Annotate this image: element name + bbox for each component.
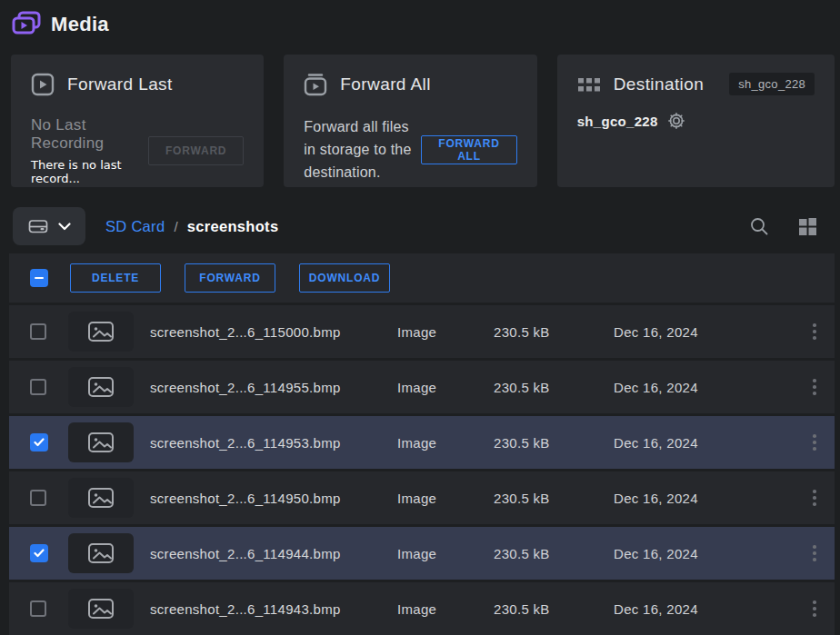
forward-button[interactable]: FORWARD (185, 263, 275, 293)
grid-view-icon (796, 215, 818, 237)
file-name: screenshot_2...6_114955.bmp (150, 380, 397, 395)
grid-view-toggle-button[interactable] (791, 210, 824, 243)
forward-last-icon (31, 73, 55, 96)
forward-all-button[interactable]: FORWARD ALL (421, 135, 516, 164)
file-name: screenshot_2...6_114944.bmp (150, 546, 397, 561)
kebab-icon (813, 323, 816, 340)
file-date: Dec 16, 2024 (614, 546, 795, 561)
row-checkbox[interactable] (30, 379, 46, 395)
file-type: Image (397, 435, 494, 451)
forward-last-title: Forward Last (67, 74, 173, 94)
table-row[interactable]: screenshot_2...6_114943.bmp Image 230.5 … (9, 582, 835, 635)
file-name: screenshot_2...6_114943.bmp (150, 601, 397, 617)
file-type: Image (397, 324, 494, 340)
forward-all-card: Forward All Forward all files in storage… (284, 55, 536, 187)
forward-all-title: Forward All (340, 74, 430, 94)
row-menu-button[interactable] (795, 527, 835, 580)
image-placeholder-icon (87, 376, 115, 398)
breadcrumb-root-link[interactable]: SD Card (105, 218, 165, 235)
file-thumbnail (68, 478, 134, 518)
file-type: Image (397, 491, 494, 506)
file-name: screenshot_2...6_114953.bmp (150, 435, 397, 451)
storage-toolbar: SD Card / screenshots (0, 187, 840, 245)
file-thumbnail (68, 367, 134, 407)
file-type: Image (397, 380, 494, 395)
sd-card-drive-icon (27, 217, 49, 235)
table-row[interactable]: screenshot_2...6_114953.bmp Image 230.5 … (9, 416, 835, 469)
file-table: DELETE FORWARD DOWNLOAD screenshot_2...6… (9, 253, 835, 635)
row-menu-button[interactable] (795, 582, 835, 635)
download-button[interactable]: DOWNLOAD (299, 263, 390, 293)
kebab-icon (813, 490, 816, 506)
search-icon (749, 216, 769, 236)
search-button[interactable] (744, 211, 775, 242)
image-placeholder-icon (87, 321, 115, 342)
destination-badge: sh_gco_228 (729, 73, 815, 95)
chevron-down-icon (58, 223, 71, 231)
bulk-actions-bar: DELETE FORWARD DOWNLOAD (9, 253, 835, 303)
file-date: Dec 16, 2024 (614, 380, 795, 395)
file-size: 230.5 kB (494, 380, 614, 395)
table-row[interactable]: screenshot_2...6_114944.bmp Image 230.5 … (9, 527, 835, 580)
destination-value: sh_gco_228 (577, 114, 658, 129)
app-header: Media (0, 0, 840, 42)
kebab-icon (813, 545, 816, 561)
file-thumbnail (68, 422, 134, 462)
row-checkbox[interactable] (30, 600, 46, 617)
row-menu-button[interactable] (795, 305, 835, 358)
storage-select-dropdown[interactable] (13, 207, 85, 245)
page-title: Media (51, 13, 109, 36)
breadcrumb: SD Card / screenshots (105, 218, 278, 235)
forward-all-icon (304, 73, 327, 96)
file-date: Dec 16, 2024 (614, 435, 795, 451)
kebab-icon (813, 379, 816, 395)
file-date: Dec 16, 2024 (614, 601, 795, 617)
destination-card: Destination sh_gco_228 sh_gco_228 (557, 55, 835, 187)
image-placeholder-icon (87, 432, 115, 453)
file-date: Dec 16, 2024 (614, 324, 795, 340)
image-placeholder-icon (87, 487, 115, 509)
table-row[interactable]: screenshot_2...6_114950.bmp Image 230.5 … (9, 471, 835, 524)
file-thumbnail (68, 589, 134, 629)
destination-settings-gear-icon[interactable] (667, 112, 685, 130)
breadcrumb-separator: / (174, 219, 177, 234)
file-size: 230.5 kB (494, 546, 614, 561)
file-size: 230.5 kB (494, 491, 614, 506)
image-placeholder-icon (87, 598, 115, 620)
row-checkbox[interactable] (30, 544, 48, 562)
no-last-recording-status: No Last Recording (31, 116, 148, 153)
file-size: 230.5 kB (494, 435, 614, 451)
file-thumbnail (68, 312, 134, 352)
file-thumbnail (68, 533, 134, 573)
breadcrumb-current-folder: screenshots (187, 218, 279, 235)
delete-button[interactable]: DELETE (70, 263, 161, 293)
summary-cards: Forward Last No Last Recording There is … (0, 42, 840, 187)
file-type: Image (397, 601, 494, 617)
file-size: 230.5 kB (494, 324, 614, 340)
destination-grid-icon (577, 74, 601, 94)
forward-all-description: Forward all files in storage to the dest… (304, 116, 421, 184)
table-row[interactable]: screenshot_2...6_115000.bmp Image 230.5 … (9, 305, 835, 358)
row-checkbox[interactable] (30, 323, 46, 340)
file-name: screenshot_2...6_114950.bmp (150, 491, 397, 506)
row-menu-button[interactable] (795, 361, 835, 413)
forward-last-button[interactable]: FORWARD (148, 136, 244, 165)
file-type: Image (397, 546, 494, 561)
kebab-icon (813, 434, 816, 451)
table-row[interactable]: screenshot_2...6_114955.bmp Image 230.5 … (9, 361, 835, 413)
file-rows: screenshot_2...6_115000.bmp Image 230.5 … (9, 305, 835, 635)
image-placeholder-icon (87, 542, 115, 564)
row-menu-button[interactable] (795, 416, 835, 469)
destination-title: Destination (614, 74, 704, 94)
row-checkbox[interactable] (30, 490, 46, 506)
no-last-recording-description: There is no last record... (31, 158, 148, 185)
forward-last-card: Forward Last No Last Recording There is … (11, 55, 264, 187)
file-name: screenshot_2...6_115000.bmp (150, 324, 397, 340)
kebab-icon (813, 600, 816, 617)
select-all-checkbox-indeterminate[interactable] (30, 269, 48, 287)
file-size: 230.5 kB (494, 601, 614, 617)
row-checkbox[interactable] (30, 433, 48, 451)
row-menu-button[interactable] (795, 471, 835, 524)
file-date: Dec 16, 2024 (614, 491, 795, 506)
media-logo-icon (11, 10, 42, 39)
